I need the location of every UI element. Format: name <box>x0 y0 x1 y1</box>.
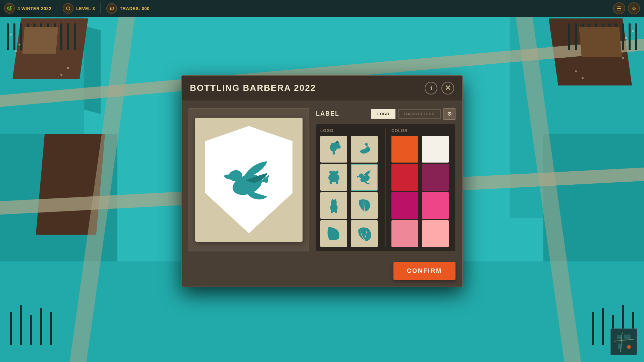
duck-icon <box>355 168 374 186</box>
modal-header: BOTTLING BARBERA 2022 ℹ ✕ <box>182 76 462 101</box>
color-item-light-pink[interactable] <box>391 220 418 247</box>
tab-background-button[interactable]: BACKGROUND <box>398 109 441 119</box>
settings-gear-icon: ⚙ <box>447 111 452 117</box>
logo-item-bear[interactable] <box>320 164 347 191</box>
svg-point-10 <box>360 149 367 154</box>
grid-divider <box>385 128 386 247</box>
color-item-magenta[interactable] <box>391 192 418 219</box>
rabbit-icon <box>325 196 343 215</box>
logo-section: Logo <box>320 128 380 247</box>
logo-item-leaf[interactable] <box>351 192 378 219</box>
svg-rect-24 <box>335 210 337 213</box>
leaf2-icon <box>325 224 343 243</box>
color-section-title: Color <box>391 128 451 133</box>
modal-body: LABEL LOGO BACKGROUND ⚙ Logo <box>182 101 462 258</box>
color-grid <box>391 136 451 247</box>
bottling-modal: BOTTLING BARBERA 2022 ℹ ✕ <box>181 75 463 287</box>
logo-item-swan[interactable] <box>351 136 378 163</box>
svg-point-22 <box>331 202 336 207</box>
label-section-title: LABEL <box>316 110 369 117</box>
color-item-white[interactable] <box>422 136 449 163</box>
leaf-icon <box>355 196 374 215</box>
svg-point-14 <box>335 171 338 174</box>
logo-item-duck[interactable] <box>351 164 378 191</box>
modal-header-icons: ℹ ✕ <box>425 82 454 95</box>
label-preview-panel <box>189 108 309 251</box>
options-header: LABEL LOGO BACKGROUND ⚙ <box>316 108 455 120</box>
label-duck-logo <box>215 149 282 210</box>
color-item-pink[interactable] <box>422 192 449 219</box>
svg-point-13 <box>329 171 332 174</box>
confirm-button[interactable]: CONFIRM <box>393 262 455 280</box>
label-settings-button[interactable]: ⚙ <box>443 108 455 120</box>
logo-section-title: Logo <box>320 128 380 133</box>
modal-overlay: BOTTLING BARBERA 2022 ℹ ✕ <box>0 0 644 362</box>
svg-rect-16 <box>336 180 338 184</box>
squirrel-icon <box>325 140 343 158</box>
info-button[interactable]: ℹ <box>425 82 437 95</box>
logo-item-leaf3[interactable] <box>351 220 378 247</box>
bear-icon <box>325 168 343 186</box>
color-item-purple[interactable] <box>422 164 449 191</box>
logo-color-grid: Logo <box>316 124 455 251</box>
tab-logo-button[interactable]: LOGO <box>371 109 395 119</box>
logo-item-leaf2[interactable] <box>320 220 347 247</box>
color-item-peach[interactable] <box>422 220 449 247</box>
logo-item-squirrel[interactable] <box>320 136 347 163</box>
color-item-orange[interactable] <box>391 136 418 163</box>
swan-icon <box>355 140 374 158</box>
svg-rect-23 <box>331 210 333 213</box>
color-item-red[interactable] <box>391 164 418 191</box>
label-card <box>195 118 303 242</box>
modal-title: BOTTLING BARBERA 2022 <box>190 83 316 93</box>
options-panel: LABEL LOGO BACKGROUND ⚙ Logo <box>316 108 455 251</box>
logo-item-rabbit[interactable] <box>320 192 347 219</box>
leaf3-icon <box>355 224 374 243</box>
color-section: Color <box>391 128 451 247</box>
confirm-row: CONFIRM <box>182 258 462 287</box>
svg-point-18 <box>359 174 364 179</box>
svg-rect-15 <box>329 180 332 184</box>
logo-grid <box>320 136 380 247</box>
close-button[interactable]: ✕ <box>441 82 454 95</box>
